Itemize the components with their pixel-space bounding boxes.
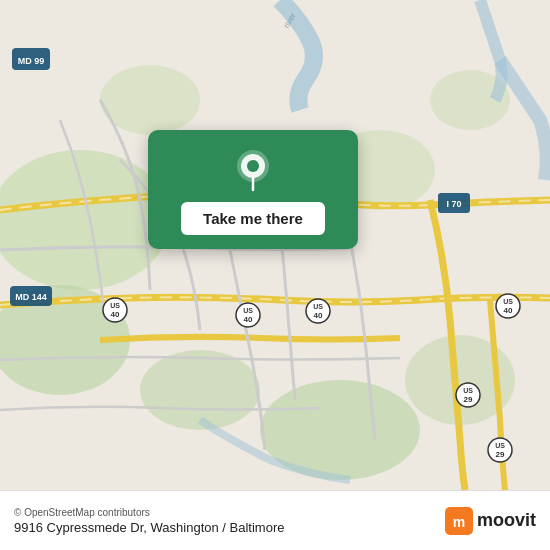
svg-point-3 — [140, 350, 260, 430]
moovit-logo-icon: m — [445, 507, 473, 535]
footer-bar: © OpenStreetMap contributors 9916 Cypres… — [0, 490, 550, 550]
svg-text:29: 29 — [464, 395, 473, 404]
map-view: MD 99 I 70 I 70 MD 144 US 40 US 40 US 40… — [0, 0, 550, 490]
popup-card[interactable]: Take me there — [148, 130, 358, 249]
svg-text:29: 29 — [496, 450, 505, 459]
pin-icon — [231, 148, 275, 192]
svg-text:40: 40 — [244, 315, 253, 324]
footer-left: © OpenStreetMap contributors 9916 Cypres… — [14, 507, 284, 535]
svg-text:US: US — [110, 302, 120, 309]
svg-text:40: 40 — [314, 311, 323, 320]
svg-text:US: US — [463, 387, 473, 394]
moovit-logo: m moovit — [445, 507, 536, 535]
svg-text:US: US — [495, 442, 505, 449]
svg-text:I 70: I 70 — [446, 199, 461, 209]
svg-point-38 — [247, 160, 259, 172]
moovit-text: moovit — [477, 510, 536, 531]
svg-text:m: m — [453, 514, 465, 530]
svg-text:MD 99: MD 99 — [18, 56, 45, 66]
address-text: 9916 Cypressmede Dr, Washington / Baltim… — [14, 520, 284, 535]
svg-text:US: US — [503, 298, 513, 305]
svg-text:US: US — [313, 303, 323, 310]
take-me-there-button[interactable]: Take me there — [181, 202, 325, 235]
svg-text:40: 40 — [111, 310, 120, 319]
osm-credit: © OpenStreetMap contributors — [14, 507, 284, 518]
svg-text:MD 144: MD 144 — [15, 292, 47, 302]
svg-text:US: US — [243, 307, 253, 314]
svg-text:40: 40 — [504, 306, 513, 315]
